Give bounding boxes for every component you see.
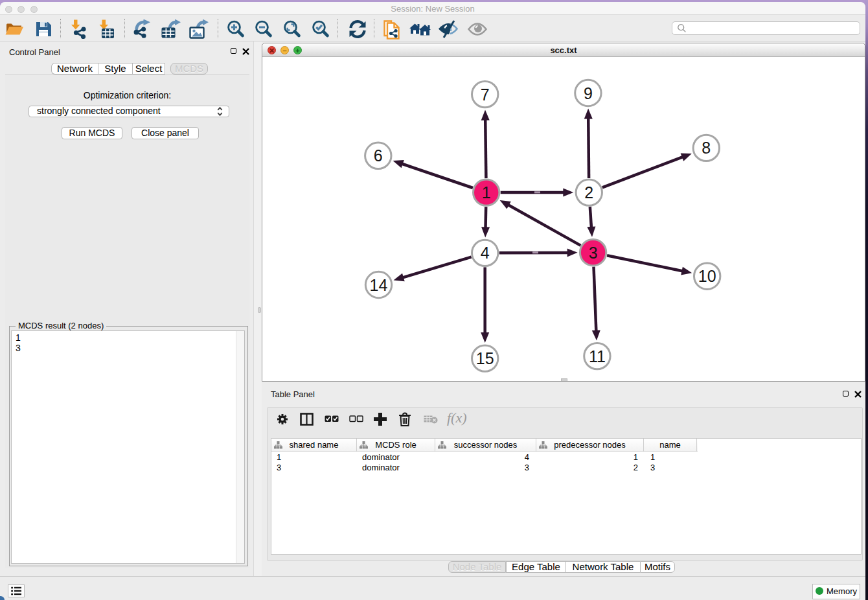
svg-text:7: 7	[481, 86, 490, 104]
svg-text:9: 9	[584, 84, 593, 102]
svg-text:11: 11	[589, 347, 606, 365]
svg-text:14: 14	[370, 276, 388, 294]
svg-text:4: 4	[481, 244, 490, 262]
svg-text:10: 10	[698, 267, 716, 285]
svg-text:6: 6	[374, 146, 383, 165]
svg-text:8: 8	[702, 139, 711, 157]
svg-text:1: 1	[482, 183, 491, 202]
svg-text:3: 3	[589, 244, 598, 262]
svg-text:2: 2	[584, 183, 593, 202]
svg-text:15: 15	[476, 349, 494, 367]
